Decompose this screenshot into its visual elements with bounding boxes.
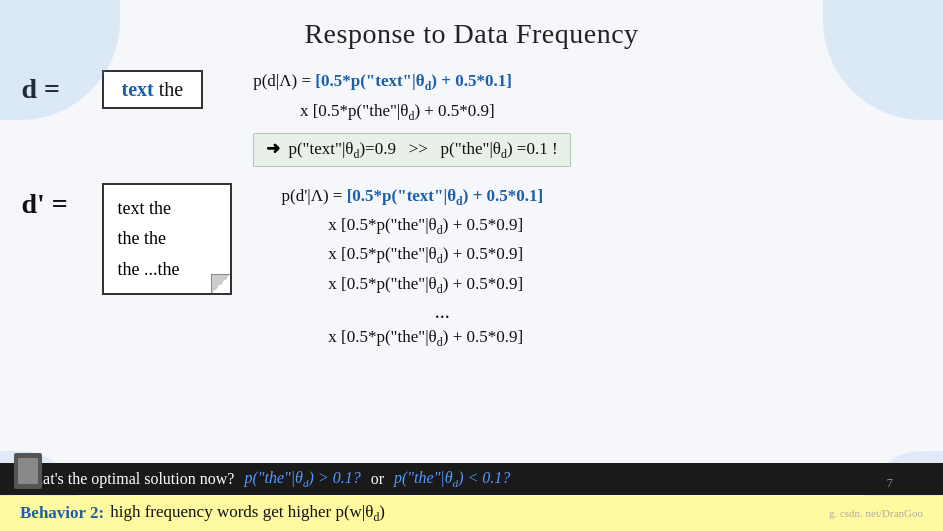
thumb-icon: [14, 453, 42, 489]
slide: Response to Data Frequency d = text the …: [0, 0, 943, 531]
top-row: d = text the p(d|Λ) = [0.5*p("text"|θd) …: [22, 68, 922, 167]
d-prime-label: d' =: [22, 188, 82, 220]
d-prime-box: text the the the the ...the: [102, 183, 232, 295]
question-blue1: p("the"|θd) > 0.1?: [240, 469, 360, 489]
content-area: d = text the p(d|Λ) = [0.5*p("text"|θd) …: [22, 60, 922, 531]
thumb-icon-inner: [18, 458, 38, 484]
d-prime-formula-line1: p(d'|Λ) = [0.5*p("text"|θd) + 0.5*0.1]: [282, 183, 544, 211]
d-prime-formula-line4: x [0.5*p("the"|θd) + 0.5*0.9]: [282, 271, 544, 299]
formula-d-line2: x [0.5*p("the"|θd) + 0.5*0.9]: [253, 98, 570, 126]
question-or: or: [367, 470, 388, 488]
d-box: text the: [102, 70, 204, 109]
d-prime-formula-line2: x [0.5*p("the"|θd) + 0.5*0.9]: [282, 212, 544, 240]
d-prime-blue1: [0.5*p("text"|θd) + 0.5*0.1]: [347, 186, 544, 205]
formula-d-line1: p(d|Λ) = [0.5*p("text"|θd) + 0.5*0.1]: [253, 68, 570, 96]
bottom-question-bar: What's the optimal solution now? p("the"…: [0, 463, 943, 495]
arrow-line: ➜ p("text"|θd)=0.9 >> p("the"|θd) =0.1 !: [253, 133, 570, 167]
behavior-label: Behavior 2:: [20, 503, 104, 523]
d-prime-formula-area: p(d'|Λ) = [0.5*p("text"|θd) + 0.5*0.1] x…: [282, 183, 544, 352]
behavior-text: high frequency words get higher p(w|θd): [110, 502, 385, 525]
question-blue2: p("the"|θd) < 0.1?: [394, 469, 510, 489]
d-prime-formula-line3: x [0.5*p("the"|θd) + 0.5*0.9]: [282, 241, 544, 269]
formula-d-area: p(d|Λ) = [0.5*p("text"|θd) + 0.5*0.1] x …: [253, 68, 570, 167]
page-number: 7: [887, 475, 894, 491]
d-prime-line3: the ...the: [118, 254, 216, 285]
behavior-bar: Behavior 2: high frequency words get hig…: [0, 496, 943, 531]
bottom-row: d' = text the the the the ...the p(d'|Λ)…: [22, 183, 922, 352]
d-prime-formula-last: x [0.5*p("the"|θd) + 0.5*0.9]: [282, 324, 544, 352]
dots-line: ...: [282, 300, 544, 323]
formula-d-blue1: [0.5*p("text"|θd) + 0.5*0.1]: [315, 71, 512, 90]
question-text: What's the optimal solution now?: [20, 470, 234, 488]
d-prime-line2: the the: [118, 223, 216, 254]
slide-title: Response to Data Frequency: [304, 18, 638, 50]
watermark-text: g. csdn. net/DranGoo: [829, 507, 923, 519]
d-box-word2: the: [154, 78, 183, 100]
d-box-word1: text: [122, 78, 154, 100]
d-prime-line1: text the: [118, 193, 216, 224]
